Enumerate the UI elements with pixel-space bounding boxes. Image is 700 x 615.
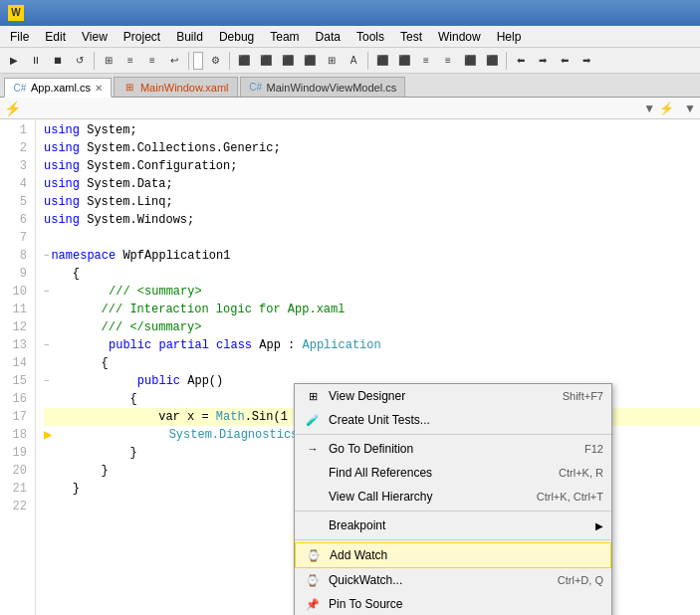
toolbar-btn-22[interactable]: ⬅ (511, 51, 531, 71)
code-line-10: − /// <summary> (44, 283, 700, 301)
line-numbers: 12345678910111213141516171819202122 (0, 119, 36, 615)
toolbar-btn-23[interactable]: ➡ (533, 51, 553, 71)
line-number: 7 (4, 229, 27, 247)
nav-method[interactable]: ⚡ (659, 102, 684, 115)
code-line-12: /// </summary> (44, 318, 700, 336)
toolbar-btn-25[interactable]: ➡ (577, 51, 596, 71)
toolbar-sep-4 (367, 52, 368, 70)
code-token: } (44, 480, 80, 498)
nav-method-dropdown-icon[interactable]: ▼ (684, 102, 696, 115)
ctx-separator (295, 434, 611, 435)
toolbar-btn-1[interactable]: ▶ (4, 51, 24, 71)
toolbar-btn-15[interactable]: A (344, 51, 363, 71)
code-line-3: using System.Configuration; (44, 157, 700, 175)
collapse-icon[interactable]: − (44, 372, 49, 390)
toolbar-btn-17[interactable]: ⬛ (394, 51, 414, 71)
ctx-item-icon-view-designer: ⊞ (303, 388, 323, 404)
ctx-item-label-pin-to-source: Pin To Source (329, 597, 603, 611)
collapse-icon[interactable]: − (44, 283, 49, 301)
toolbar-btn-18[interactable]: ≡ (416, 51, 436, 71)
toolbar-btn-11[interactable]: ⬛ (256, 51, 276, 71)
ctx-item-pin-to-source[interactable]: 📌Pin To Source (295, 592, 611, 615)
menu-item-debug[interactable]: Debug (211, 26, 262, 48)
tab-icon: ⊞ (122, 81, 136, 95)
code-token: Application (303, 336, 381, 354)
toolbar-btn-9[interactable]: ⚙ (205, 51, 225, 71)
menu-bar: FileEditViewProjectBuildDebugTeamDataToo… (0, 26, 700, 48)
toolbar-sep-5 (506, 52, 507, 70)
line-number: 11 (4, 301, 27, 318)
ctx-item-icon-create-unit-tests: 🧪 (303, 412, 323, 428)
code-line-8: −namespace WpfApplication1 (44, 247, 700, 265)
ctx-item-label-add-watch: Add Watch (330, 548, 602, 562)
tab-app-xaml-cs[interactable]: C#App.xaml.cs✕ (4, 78, 112, 98)
code-token (209, 336, 216, 354)
toolbar-btn-12[interactable]: ⬛ (278, 51, 298, 71)
line-number: 17 (4, 408, 27, 426)
menu-item-team[interactable]: Team (262, 26, 307, 48)
toolbar-btn-7[interactable]: ≡ (142, 51, 162, 71)
code-token: System.Linq; (80, 193, 173, 211)
menu-item-build[interactable]: Build (168, 26, 211, 48)
title-bar: W (0, 0, 700, 26)
toolbar-btn-8[interactable]: ↩ (164, 51, 184, 71)
toolbar-btn-21[interactable]: ⬛ (482, 51, 502, 71)
code-token: using (44, 139, 80, 157)
ctx-item-breakpoint[interactable]: Breakpoint▶ (295, 513, 611, 537)
ctx-separator (295, 539, 611, 540)
ctx-item-label-view-call-hierarchy: View Call Hierarchy (329, 490, 521, 504)
ctx-item-add-watch[interactable]: ⌚Add Watch (295, 542, 611, 568)
ctx-item-view-designer[interactable]: ⊞View DesignerShift+F7 (295, 384, 611, 408)
code-line-2: using System.Collections.Generic; (44, 139, 700, 157)
ctx-item-view-call-hierarchy[interactable]: View Call HierarchyCtrl+K, Ctrl+T (295, 485, 611, 509)
line-number: 22 (4, 498, 27, 515)
nav-dropdown-icon[interactable]: ▼ (643, 102, 655, 115)
toolbar-btn-20[interactable]: ⬛ (460, 51, 480, 71)
code-token: System.Configuration; (80, 157, 237, 175)
toolbar-btn-3[interactable]: ⏹ (48, 51, 68, 71)
menu-item-tools[interactable]: Tools (349, 26, 392, 48)
collapse-icon[interactable]: − (44, 247, 49, 265)
toolbar-btn-4[interactable]: ↺ (70, 51, 90, 71)
ctx-item-go-to-definition[interactable]: →Go To DefinitionF12 (295, 437, 611, 461)
menu-item-data[interactable]: Data (308, 26, 349, 48)
line-number: 14 (4, 354, 27, 372)
menu-item-test[interactable]: Test (392, 26, 430, 48)
menu-item-view[interactable]: View (74, 26, 116, 48)
toolbar-btn-19[interactable]: ≡ (438, 51, 458, 71)
tab-mainwindow-xaml[interactable]: ⊞MainWindow.xaml (114, 77, 238, 97)
code-line-1: using System; (44, 121, 700, 139)
menu-item-project[interactable]: Project (116, 26, 168, 48)
toolbar-btn-16[interactable]: ⬛ (372, 51, 392, 71)
code-line-11: /// Interaction logic for App.xaml (44, 301, 700, 318)
line-number: 21 (4, 480, 27, 498)
ctx-item-quickwatch[interactable]: ⌚QuickWatch...Ctrl+D, Q (295, 568, 611, 592)
ctx-item-label-quickwatch: QuickWatch... (329, 573, 542, 587)
toolbar-btn-10[interactable]: ⬛ (234, 51, 254, 71)
menu-item-help[interactable]: Help (489, 26, 530, 48)
tab-label: MainWindow.xaml (140, 82, 229, 94)
ctx-item-create-unit-tests[interactable]: 🧪Create Unit Tests... (295, 408, 611, 432)
menu-item-file[interactable]: File (2, 26, 37, 48)
ctx-item-find-all-references[interactable]: Find All ReferencesCtrl+K, R (295, 461, 611, 485)
tab-label: App.xaml.cs (31, 82, 91, 94)
code-line-7 (44, 229, 700, 247)
toolbar-btn-2[interactable]: ⏸ (26, 51, 46, 71)
toolbar-btn-6[interactable]: ≡ (120, 51, 140, 71)
collapse-icon[interactable]: − (44, 336, 49, 354)
toolbar-btn-14[interactable]: ⊞ (322, 51, 342, 71)
toolbar-btn-5[interactable]: ⊞ (99, 51, 118, 71)
toolbar-btn-24[interactable]: ⬅ (555, 51, 575, 71)
toolbar-btn-13[interactable]: ⬛ (300, 51, 320, 71)
tab-close-btn[interactable]: ✕ (95, 83, 103, 94)
ctx-item-icon-view-call-hierarchy (303, 489, 323, 505)
ctx-item-icon-quickwatch: ⌚ (303, 572, 323, 588)
menu-item-window[interactable]: Window (430, 26, 489, 48)
tab-mainwindowviewmodel-cs[interactable]: C#MainWindowViewModel.cs (240, 77, 406, 97)
line-number: 13 (4, 336, 27, 354)
ctx-item-label-create-unit-tests: Create Unit Tests... (329, 413, 603, 427)
menu-item-edit[interactable]: Edit (37, 26, 74, 48)
code-token: } (44, 444, 137, 462)
code-token: using (44, 175, 80, 193)
code-token: } (44, 462, 109, 480)
